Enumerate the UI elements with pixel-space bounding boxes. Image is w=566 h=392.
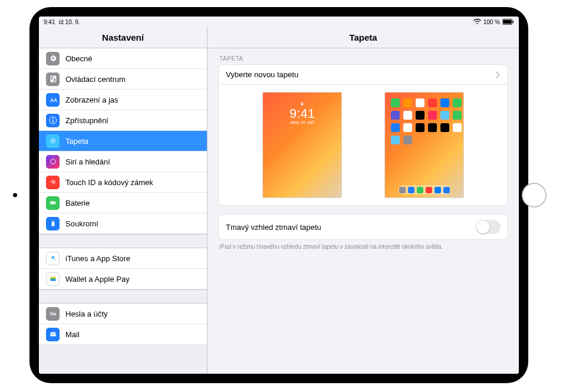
- battery-settings-icon: [46, 196, 60, 210]
- choose-wallpaper-label: Vyberte novou tapetu: [226, 70, 298, 79]
- battery-icon: [502, 19, 514, 25]
- svg-rect-1: [503, 20, 512, 24]
- sidebar-item-display[interactable]: AA Zobrazení a jas: [39, 90, 207, 110]
- sidebar-title: Nastavení: [39, 27, 207, 48]
- svg-text:AA: AA: [50, 98, 57, 103]
- sidebar-item-label: Mail: [65, 330, 80, 339]
- footer-note: iPad v režimu tmavého vzhledu ztmaví tap…: [219, 243, 507, 250]
- gear-icon: [46, 52, 60, 65]
- svg-point-4: [51, 80, 52, 81]
- sidebar-item-label: Siri a hledání: [65, 157, 110, 166]
- lock-screen-preview[interactable]: 9:41 úterý 10. září: [262, 92, 342, 198]
- sidebar-item-label: Zobrazení a jas: [65, 95, 119, 104]
- status-date: út 10. 9.: [58, 19, 80, 25]
- settings-sidebar: Nastavení Obecné Ovládací centrum: [39, 27, 208, 374]
- sidebar-item-label: Hesla a účty: [65, 309, 108, 318]
- svg-rect-18: [50, 278, 55, 279]
- control-center-icon: [46, 73, 60, 86]
- sidebar-item-privacy[interactable]: Soukromí: [39, 213, 207, 234]
- mail-icon: [46, 328, 60, 341]
- sidebar-item-label: Zpřístupnění: [65, 116, 108, 125]
- svg-rect-21: [50, 332, 55, 337]
- screen: 9:41 út 10. 9. 100 % Nastavení: [39, 17, 519, 374]
- svg-point-6: [54, 77, 55, 78]
- home-screen-dock: [398, 185, 450, 195]
- app-store-icon: [46, 252, 60, 265]
- sidebar-item-mail[interactable]: Mail: [39, 324, 207, 345]
- main-split: Nastavení Obecné Ovládací centrum: [39, 27, 519, 374]
- svg-rect-22: [301, 103, 304, 105]
- sidebar-item-label: Tapeta: [65, 137, 88, 146]
- sidebar-item-app-store[interactable]: iTunes a App Store: [39, 248, 207, 269]
- sidebar-item-label: Obecné: [65, 54, 93, 63]
- home-button[interactable]: [522, 183, 547, 207]
- svg-point-12: [50, 159, 55, 164]
- touch-id-icon: [46, 176, 60, 189]
- passwords-icon: [46, 307, 60, 321]
- status-time: 9:41: [44, 19, 55, 25]
- svg-point-11: [52, 140, 53, 141]
- display-brightness-icon: AA: [46, 93, 60, 107]
- sidebar-group-separator: [39, 289, 207, 304]
- sidebar-item-label: Baterie: [65, 199, 90, 207]
- sidebar-group-separator: [39, 234, 207, 248]
- svg-rect-19: [50, 279, 55, 281]
- wallpaper-previews-row: 9:41 úterý 10. září: [219, 85, 508, 205]
- status-battery-text: 100 %: [483, 19, 500, 25]
- sidebar-item-wallpaper[interactable]: Tapeta: [39, 131, 207, 151]
- sidebar-item-battery[interactable]: Baterie: [39, 193, 207, 213]
- sidebar-item-label: Soukromí: [65, 219, 98, 228]
- privacy-icon: [46, 217, 60, 230]
- lock-screen-time: 9:41 úterý 10. září: [263, 101, 341, 124]
- svg-rect-17: [50, 277, 55, 278]
- wallet-icon: [46, 272, 60, 286]
- status-bar: 9:41 út 10. 9. 100 %: [39, 17, 519, 27]
- svg-rect-15: [51, 202, 54, 204]
- wifi-icon: [473, 19, 481, 25]
- choose-wallpaper-row[interactable]: Vyberte novou tapetu: [219, 65, 508, 85]
- svg-point-9: [52, 118, 54, 119]
- wallpaper-icon: [46, 134, 60, 148]
- sidebar-item-label: Wallet a Apple Pay: [65, 275, 130, 284]
- chevron-right-icon: [496, 71, 501, 78]
- siri-icon: [46, 155, 60, 169]
- wallpaper-group: Vyberte novou tapetu: [218, 64, 508, 206]
- detail-body: TAPETA Vyberte novou tapetu: [208, 48, 519, 374]
- front-camera: [13, 193, 17, 197]
- accessibility-icon: [46, 114, 60, 127]
- detail-title: Tapeta: [208, 27, 519, 48]
- svg-rect-14: [55, 202, 55, 203]
- ipad-frame: 9:41 út 10. 9. 100 % Nastavení: [29, 7, 528, 383]
- sidebar-item-label: Touch ID a kódový zámek: [65, 178, 153, 187]
- svg-point-20: [50, 312, 53, 315]
- dark-appearance-group: Tmavý vzhled ztmaví tapetu: [218, 214, 508, 240]
- sidebar-item-siri[interactable]: Siri a hledání: [39, 151, 207, 172]
- sidebar-list[interactable]: Obecné Ovládací centrum AA Zobrazení a j…: [39, 48, 207, 374]
- detail-pane: Tapeta TAPETA Vyberte novou tapetu: [208, 27, 519, 374]
- sidebar-item-control-center[interactable]: Ovládací centrum: [39, 69, 207, 90]
- sidebar-item-label: Ovládací centrum: [65, 75, 126, 84]
- sidebar-item-touch-id[interactable]: Touch ID a kódový zámek: [39, 172, 207, 193]
- sidebar-item-passwords[interactable]: Hesla a účty: [39, 304, 207, 324]
- home-screen-preview[interactable]: [384, 92, 464, 198]
- sidebar-item-label: iTunes a App Store: [65, 254, 130, 263]
- home-screen-app-grid: [391, 98, 458, 144]
- sidebar-item-accessibility[interactable]: Zpřístupnění: [39, 110, 207, 131]
- sidebar-item-wallet[interactable]: Wallet a Apple Pay: [39, 269, 207, 289]
- dark-dim-wallpaper-toggle[interactable]: [476, 220, 501, 234]
- dark-dim-wallpaper-row[interactable]: Tmavý vzhled ztmaví tapetu: [219, 215, 508, 239]
- sidebar-item-general[interactable]: Obecné: [39, 48, 207, 69]
- dark-dim-wallpaper-label: Tmavý vzhled ztmaví tapetu: [226, 223, 321, 232]
- section-label: TAPETA: [219, 55, 508, 62]
- svg-rect-2: [513, 21, 514, 23]
